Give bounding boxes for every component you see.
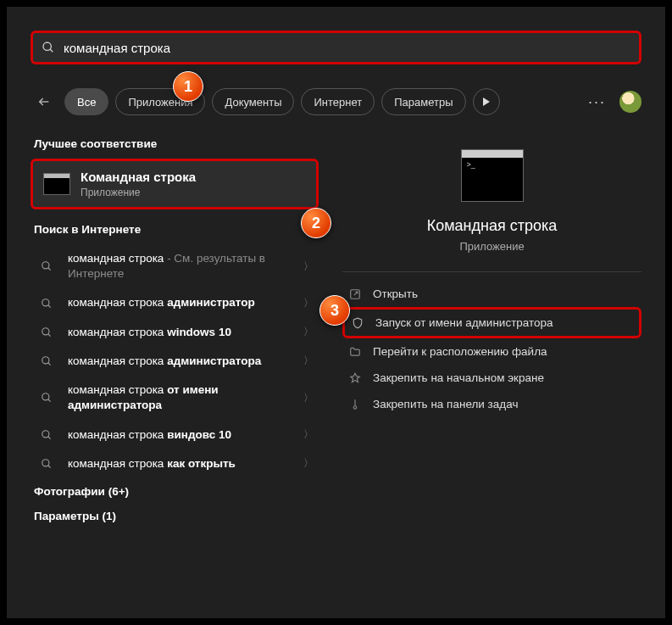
search-icon xyxy=(36,260,58,272)
folder-icon xyxy=(347,346,363,358)
search-bar[interactable] xyxy=(31,31,641,64)
web-result[interactable]: командная строка администратор〉 xyxy=(31,288,319,317)
search-icon xyxy=(36,429,58,441)
annotation-badge-1: 1 xyxy=(173,71,203,102)
preview-subtitle: Приложение xyxy=(342,240,641,253)
cmd-icon xyxy=(43,173,70,195)
user-avatar[interactable] xyxy=(619,91,641,113)
web-result[interactable]: командная строка windows 10〉 xyxy=(31,318,319,347)
svg-line-1 xyxy=(50,49,53,52)
filter-docs[interactable]: Документы xyxy=(212,88,294,115)
search-icon xyxy=(36,298,58,310)
svg-point-4 xyxy=(42,262,49,269)
action-pin-taskbar-label: Закрепить на панели задач xyxy=(373,398,518,410)
divider xyxy=(342,271,641,272)
filter-settings[interactable]: Параметры xyxy=(381,88,465,115)
web-result-text: командная строка администратора xyxy=(68,354,293,369)
web-result-text: командная строка виндовс 10 xyxy=(68,427,293,443)
svg-point-0 xyxy=(43,42,51,50)
web-result-text: командная строка windows 10 xyxy=(68,325,293,340)
results-column: Лучшее соответствие Командная строка При… xyxy=(31,132,319,531)
web-result[interactable]: командная строка как открыть〉 xyxy=(31,449,319,478)
svg-line-19 xyxy=(354,292,358,295)
chevron-right-icon: 〉 xyxy=(303,354,314,368)
svg-line-5 xyxy=(48,268,51,271)
search-input[interactable] xyxy=(64,41,630,55)
back-button[interactable] xyxy=(31,88,58,115)
web-result[interactable]: командная строка администратора〉 xyxy=(31,347,319,376)
web-result-text: командная строка администратор xyxy=(68,295,293,310)
svg-point-6 xyxy=(42,299,49,305)
search-icon xyxy=(36,458,58,470)
chevron-right-icon: 〉 xyxy=(303,456,314,471)
search-icon xyxy=(42,41,55,54)
pin-taskbar-icon xyxy=(347,399,363,410)
svg-point-14 xyxy=(42,430,49,437)
svg-point-8 xyxy=(42,328,49,335)
action-open[interactable]: Открыть xyxy=(342,281,641,307)
web-result[interactable]: командная строка - См. результаты в Инте… xyxy=(31,244,319,288)
svg-point-12 xyxy=(42,393,49,400)
svg-point-16 xyxy=(42,460,49,466)
filter-web[interactable]: Интернет xyxy=(301,88,375,115)
svg-line-9 xyxy=(48,334,51,337)
overflow-button[interactable]: ··· xyxy=(581,93,613,111)
chevron-right-icon: 〉 xyxy=(303,427,314,442)
best-match-subtitle: Приложение xyxy=(81,187,196,198)
action-pin-taskbar[interactable]: Закрепить на панели задач xyxy=(342,391,641,417)
preview-app-icon xyxy=(461,149,524,202)
start-search-panel: Все Приложения Документы Интернет Параме… xyxy=(7,7,665,618)
action-open-location-label: Перейти к расположению файла xyxy=(373,345,547,358)
best-match-item[interactable]: Командная строка Приложение xyxy=(31,159,319,209)
svg-line-15 xyxy=(48,436,51,438)
action-run-as-admin-label: Запуск от имени администратора xyxy=(375,316,553,329)
web-result-text: командная строка от имени администратора xyxy=(68,382,293,413)
action-open-location[interactable]: Перейти к расположению файла xyxy=(342,338,641,365)
svg-marker-3 xyxy=(483,98,490,106)
svg-point-10 xyxy=(42,357,49,364)
search-icon xyxy=(36,392,58,404)
svg-line-11 xyxy=(48,363,51,366)
shield-icon xyxy=(350,317,365,329)
preview-pane: Командная строка Приложение Открыть Запу… xyxy=(325,132,641,531)
svg-point-21 xyxy=(353,405,357,409)
web-result-text: командная строка - См. результаты в Инте… xyxy=(68,251,293,282)
section-web: Поиск в Интернете xyxy=(34,223,315,236)
search-icon xyxy=(36,355,58,367)
web-result[interactable]: командная строка от имени администратора… xyxy=(31,376,319,420)
action-pin-start[interactable]: Закрепить на начальном экране xyxy=(342,365,641,391)
action-open-label: Открыть xyxy=(373,287,418,300)
open-icon xyxy=(347,288,363,300)
filter-all[interactable]: Все xyxy=(64,88,108,115)
filter-row: Все Приложения Документы Интернет Параме… xyxy=(31,86,641,117)
best-match-title: Командная строка xyxy=(81,170,196,184)
section-best-match: Лучшее соответствие xyxy=(34,137,315,150)
annotation-badge-3: 3 xyxy=(319,295,350,326)
chevron-right-icon: 〉 xyxy=(303,391,314,405)
chevron-right-icon: 〉 xyxy=(303,325,314,339)
svg-line-7 xyxy=(48,304,51,307)
pin-icon xyxy=(347,372,363,384)
action-pin-start-label: Закрепить на начальном экране xyxy=(373,371,544,384)
action-run-as-admin[interactable]: Запуск от имени администратора xyxy=(342,307,641,338)
chevron-right-icon: 〉 xyxy=(303,259,314,274)
preview-title: Командная строка xyxy=(342,217,641,235)
more-filters-button[interactable] xyxy=(473,88,500,115)
chevron-right-icon: 〉 xyxy=(303,296,314,310)
annotation-badge-2: 2 xyxy=(301,208,331,238)
web-result-text: командная строка как открыть xyxy=(68,456,293,472)
section-settings[interactable]: Параметры (1) xyxy=(34,510,315,522)
web-result[interactable]: командная строка виндовс 10〉 xyxy=(31,421,319,449)
search-icon xyxy=(36,326,58,338)
svg-line-13 xyxy=(48,399,51,402)
section-photos[interactable]: Фотографии (6+) xyxy=(34,485,315,498)
svg-line-17 xyxy=(48,466,51,468)
